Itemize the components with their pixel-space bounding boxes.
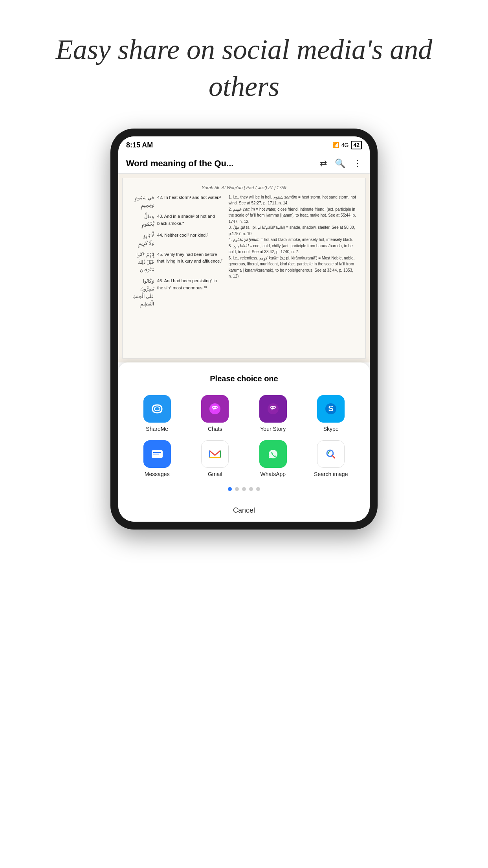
verse-44-text: 44. Neither cool⁵ nor kind.⁶	[157, 232, 208, 239]
verse-42-arabic: في سَمُومٍوَجَحِيمٍ	[130, 194, 154, 209]
share-dialog: Please choice one ShareMe	[118, 362, 370, 522]
book-col-right: 1. i.e., they will be in hell. سَمُوم sa…	[229, 194, 358, 312]
verse-42: في سَمُومٍوَجَحِيمٍ 42. In heat storm¹ a…	[130, 194, 224, 209]
note-5: 5. بَارِد bārid = cool, cold, chilly (ac…	[229, 243, 358, 255]
book-col-left: في سَمُومٍوَجَحِيمٍ 42. In heat storm¹ a…	[130, 194, 224, 312]
gmail-label: Gmail	[208, 471, 222, 478]
status-bar: 8:15 AM 📶 4G 42	[118, 136, 370, 154]
shareme-icon	[143, 395, 171, 423]
skype-icon: S	[317, 395, 345, 423]
dot-2	[235, 487, 239, 491]
book-page-header: Sūrah 56: Al-Wāqiʿah [ Part ( Juz') 27 ]…	[130, 184, 358, 191]
chats-svg	[207, 401, 223, 417]
note-3: 3. ظِلّ ẓill (s.; pl. ẓilāl/ẓulūl/'aẓlāl…	[229, 224, 358, 237]
cancel-button[interactable]: Cancel	[126, 499, 362, 522]
dot-5	[256, 487, 260, 491]
note-1: 1. i.e., they will be in hell. سَمُوم sa…	[229, 194, 358, 206]
verse-43-arabic: وَظِلٍّيَّحْمُومٍ	[130, 213, 154, 228]
verse-45: إِنَّهُمْ كَانُواقَبْلَ ذَٰلِكَمُتْرَفِي…	[130, 251, 224, 274]
toolbar-icons: ⇄ 🔍 ⋮	[320, 158, 362, 169]
dot-1	[228, 487, 232, 491]
app-title: Word meaning of the Qu...	[126, 158, 320, 169]
share-item-chats[interactable]: Chats	[188, 395, 242, 432]
battery-indicator: 42	[351, 141, 362, 149]
verse-46-arabic: وَكَانُوايُصِرُّونَعَلَى الْحِنثِالْعَظِ…	[130, 278, 154, 308]
search-icon[interactable]: 🔍	[335, 158, 345, 169]
svg-point-1	[213, 407, 214, 408]
bluetooth-icon: 📶	[332, 142, 339, 148]
header-section: Easy share on social media's and others	[0, 0, 488, 129]
header-title: Easy share on social media's and others	[24, 31, 464, 105]
story-svg	[265, 401, 281, 417]
messages-svg	[149, 446, 165, 462]
share-item-your-story[interactable]: Your Story	[246, 395, 300, 432]
swap-icon[interactable]: ⇄	[320, 158, 327, 169]
shareme-svg	[149, 401, 165, 417]
search-image-label: Search image	[314, 471, 348, 478]
svg-line-19	[332, 456, 335, 458]
svg-point-7	[274, 407, 275, 408]
note-2: 2. حَمِيم ḥamīm = hot water, close frien…	[229, 206, 358, 225]
share-grid: ShareMe Chats	[126, 395, 362, 478]
share-item-gmail[interactable]: Gmail	[188, 440, 242, 478]
skype-label: Skype	[323, 426, 339, 432]
whatsapp-label: WhatsApp	[260, 471, 286, 478]
search-image-svg	[323, 446, 339, 462]
whatsapp-svg	[265, 446, 281, 462]
verse-42-text: 42. In heat storm¹ and hot water.²	[157, 194, 221, 201]
status-time: 8:15 AM	[126, 141, 153, 149]
skype-svg: S	[323, 401, 339, 417]
phone-mockup: 8:15 AM 📶 4G 42 Word meaning of the Qu..…	[110, 129, 378, 530]
verse-45-text: 45. Verily they had been before that liv…	[157, 251, 224, 265]
gmail-svg	[207, 446, 223, 462]
book-page: Sūrah 56: Al-Wāqiʿah [ Part ( Juz') 27 ]…	[122, 178, 366, 359]
book-content: Sūrah 56: Al-Wāqiʿah [ Part ( Juz') 27 ]…	[118, 174, 370, 362]
signal-icon: 4G	[341, 142, 349, 148]
story-icon	[259, 395, 287, 423]
search-image-icon	[317, 440, 345, 468]
svg-text:S: S	[328, 404, 334, 413]
app-toolbar: Word meaning of the Qu... ⇄ 🔍 ⋮	[118, 154, 370, 174]
share-item-messages[interactable]: Messages	[130, 440, 184, 478]
dialog-title: Please choice one	[126, 374, 362, 383]
verse-46: وَكَانُوايُصِرُّونَعَلَى الْحِنثِالْعَظِ…	[130, 278, 224, 308]
more-icon[interactable]: ⋮	[353, 158, 362, 169]
shareme-label: ShareMe	[146, 426, 168, 432]
share-item-skype[interactable]: S Skype	[304, 395, 358, 432]
messages-label: Messages	[145, 471, 170, 478]
share-item-shareme[interactable]: ShareMe	[130, 395, 184, 432]
share-item-whatsapp[interactable]: WhatsApp	[246, 440, 300, 478]
note-4: 4. يَحْمُوم yaḥmūm = hot and black smoke…	[229, 237, 358, 243]
phone-screen: 8:15 AM 📶 4G 42 Word meaning of the Qu..…	[118, 136, 370, 522]
whatsapp-icon	[259, 440, 287, 468]
note-6: 6. i.e., relentless. كَرِيم karīm (s.; p…	[229, 255, 358, 280]
verse-43-text: 43. And in a shade³ of hot and black smo…	[157, 213, 224, 227]
chats-icon	[201, 395, 229, 423]
svg-point-3	[216, 407, 217, 408]
verse-44-arabic: لَّا بَارِدٍوَلَا كَرِيمٍ	[130, 232, 154, 247]
phone-shell: 8:15 AM 📶 4G 42 Word meaning of the Qu..…	[110, 129, 378, 530]
verse-44: لَّا بَارِدٍوَلَا كَرِيمٍ 44. Neither co…	[130, 232, 224, 247]
dot-3	[242, 487, 246, 491]
messages-icon	[143, 440, 171, 468]
book-two-col: في سَمُومٍوَجَحِيمٍ 42. In heat storm¹ a…	[130, 194, 358, 312]
svg-point-2	[215, 407, 216, 408]
gmail-icon	[201, 440, 229, 468]
status-icons: 📶 4G 42	[332, 141, 362, 149]
verse-45-arabic: إِنَّهُمْ كَانُواقَبْلَ ذَٰلِكَمُتْرَفِي…	[130, 251, 154, 274]
pagination-dots	[126, 487, 362, 491]
svg-point-6	[272, 407, 273, 408]
story-label: Your Story	[260, 426, 286, 432]
dot-4	[249, 487, 253, 491]
verse-46-text: 46. And had been persisting⁸ in the sin⁹…	[157, 278, 224, 291]
share-item-search-image[interactable]: Search image	[304, 440, 358, 478]
chats-label: Chats	[208, 426, 222, 432]
verse-43: وَظِلٍّيَّحْمُومٍ 43. And in a shade³ of…	[130, 213, 224, 228]
svg-point-5	[271, 407, 272, 408]
